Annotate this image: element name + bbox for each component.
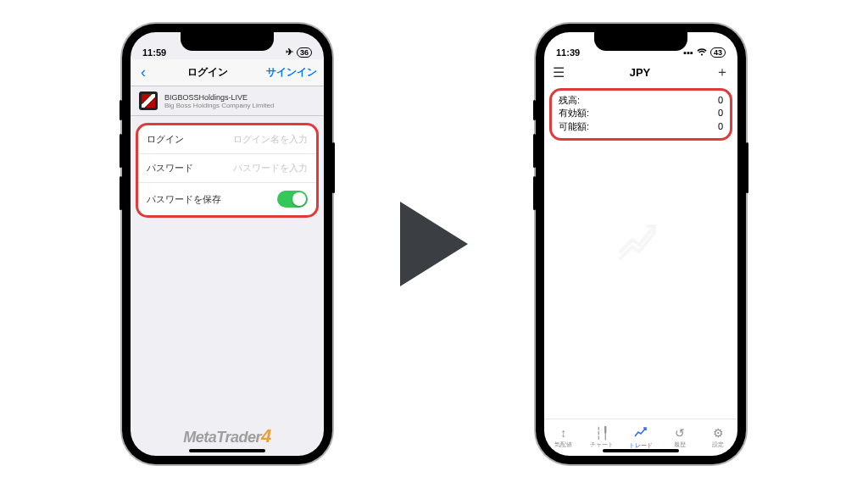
broker-company: Big Boss Holdings Company Limited (164, 102, 274, 109)
brand-suffix: 4 (261, 425, 271, 446)
trade-topbar: ☰ JPY ＋ (544, 59, 737, 85)
balance-highlight: 残高: 0 有効額: 0 可能額: 0 (549, 88, 732, 141)
login-field-row[interactable]: ログイン ログイン名を入力 (138, 125, 316, 154)
phone-login: 11:59 ✈ 36 ‹ ログイン サインイン BIGBOSSHoldings-… (122, 24, 332, 464)
tab-label: チャート (590, 441, 614, 449)
status-time: 11:39 (556, 47, 580, 58)
home-indicator[interactable] (603, 449, 679, 452)
status-time: 11:59 (142, 47, 166, 58)
login-label: ログイン (147, 133, 184, 146)
account-menu-icon[interactable]: ☰ (553, 64, 565, 80)
history-icon: ↺ (675, 427, 685, 439)
password-field-row[interactable]: パスワード パスワードを入力 (138, 154, 316, 183)
battery-indicator: 36 (297, 47, 312, 58)
broker-row[interactable]: BIGBOSSHoldings-LIVE Big Boss Holdings C… (131, 86, 324, 116)
tab-label: トレード (629, 441, 653, 450)
quotes-icon: ↕ (560, 427, 566, 439)
equity-value: 0 (718, 107, 723, 119)
margin-row: 可能額: 0 (559, 120, 723, 133)
home-indicator[interactable] (189, 449, 265, 452)
broker-logo-icon (139, 92, 158, 110)
signin-button[interactable]: サインイン (266, 65, 317, 80)
brand-name: MetaTrader (183, 429, 261, 446)
equity-row: 有効額: 0 (559, 107, 723, 119)
notch (594, 32, 687, 51)
tab-label: 履歴 (674, 441, 686, 449)
save-password-label: パスワードを保存 (147, 193, 221, 206)
battery-indicator: 43 (710, 47, 726, 58)
gear-icon: ⚙ (713, 427, 724, 439)
airplane-icon: ✈ (286, 47, 293, 58)
notch (181, 32, 274, 51)
broker-name: BIGBOSSHoldings-LIVE (164, 93, 274, 102)
arrow-icon (400, 202, 468, 286)
wifi-icon (697, 47, 707, 58)
add-button[interactable]: ＋ (715, 64, 729, 81)
margin-label: 可能額: (559, 120, 589, 133)
back-button[interactable]: ‹ (137, 64, 149, 81)
chart-watermark-icon (615, 221, 666, 267)
phone-trade: 11:39 ▪▪▪ 43 ☰ JPY ＋ 残高: 0 (536, 24, 746, 464)
signal-icon: ▪▪▪ (683, 47, 693, 58)
balance-value: 0 (718, 94, 723, 107)
password-input[interactable]: パスワードを入力 (233, 162, 308, 175)
tab-settings[interactable]: ⚙ 設定 (698, 419, 737, 456)
password-label: パスワード (147, 162, 193, 175)
nav-title: ログイン (187, 65, 228, 80)
tab-label: 設定 (712, 441, 724, 449)
margin-value: 0 (718, 120, 723, 133)
nav-bar: ‹ ログイン サインイン (131, 59, 324, 86)
tab-label: 気配値 (554, 441, 572, 449)
login-input[interactable]: ログイン名を入力 (233, 133, 308, 146)
currency-title: JPY (630, 66, 651, 79)
balance-label: 残高: (559, 94, 580, 107)
save-password-toggle[interactable] (277, 191, 308, 208)
chart-icon: ┆╿ (595, 427, 609, 439)
save-password-row: パスワードを保存 (138, 183, 316, 215)
balance-row: 残高: 0 (559, 94, 723, 107)
trade-icon (634, 426, 648, 440)
equity-label: 有効額: (559, 107, 589, 119)
login-form-highlight: ログイン ログイン名を入力 パスワード パスワードを入力 パスワードを保存 (136, 123, 319, 218)
tab-quotes[interactable]: ↕ 気配値 (544, 419, 583, 456)
